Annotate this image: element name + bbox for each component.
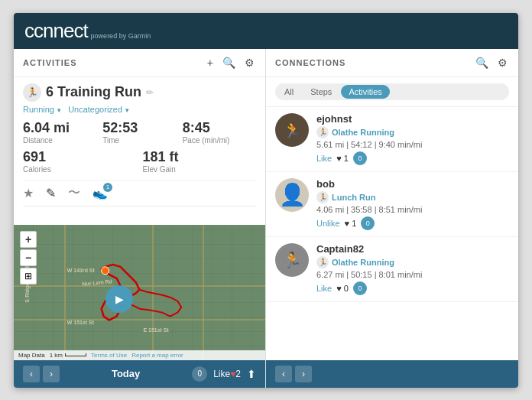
svg-text:W 151st St: W 151st St [67, 319, 95, 324]
activities-title: ACTIVITIES [23, 58, 77, 67]
elev-gain-value: 181 ft [143, 149, 257, 165]
right-bottom-bar: ‹ › [266, 360, 518, 388]
edit-nav-icon[interactable]: ✎ [46, 186, 56, 200]
category-tag[interactable]: Uncategorized [68, 105, 130, 114]
comment-badge-3[interactable]: 0 [353, 281, 367, 295]
conn-run-icon-2: 🏃 [316, 191, 329, 203]
map-controls: + − ⊞ [20, 231, 37, 285]
like-label[interactable]: Like♥2 [213, 369, 241, 379]
running-tag[interactable]: Running [23, 105, 62, 114]
conn-activity-name-3[interactable]: Olathe Running [332, 258, 394, 267]
app-main: ACTIVITIES + 🔍 ⚙ 🏃 6 Training Run ✏ Runn… [14, 49, 518, 388]
favorite-icon[interactable]: ★ [23, 186, 34, 200]
edit-activity-icon[interactable]: ✏ [146, 87, 154, 98]
conn-username-bob: bob [316, 178, 509, 190]
secondary-stats: 691 Calories 181 ft Elev Gain [23, 149, 256, 174]
comment-badge-2[interactable]: 0 [361, 216, 375, 230]
conn-actions-2: Unlike ♥ 1 0 [316, 216, 509, 230]
activity-tags: Running Uncategorized [23, 105, 256, 114]
tab-activities[interactable]: Activities [341, 85, 389, 99]
heart-icon: ♥ [230, 369, 235, 379]
connection-item: 🏃 ejohnst 🏃 Olathe Running 5.61 mi | 54:… [266, 107, 518, 172]
connections-settings-button[interactable]: ⚙ [496, 55, 509, 70]
scale-line [65, 353, 86, 356]
conn-activity-row-2: 🏃 Lunch Run [316, 191, 509, 203]
tab-all[interactable]: All [277, 85, 301, 99]
share-icon[interactable]: ⬆ [247, 368, 256, 380]
activity-title-row: 🏃 6 Training Run ✏ [23, 83, 256, 102]
conn-activity-row-3: 🏃 Olathe Running [316, 256, 509, 268]
right-panel: CONNECTIONS 🔍 ⚙ All Steps Activities 🏃 [266, 49, 518, 388]
conn-info-ejohnst: ejohnst 🏃 Olathe Running 5.61 mi | 54:12… [316, 113, 509, 165]
left-panel: ACTIVITIES + 🔍 ⚙ 🏃 6 Training Run ✏ Runn… [14, 49, 266, 388]
conn-username-ejohnst: ejohnst [316, 113, 509, 125]
add-activity-button[interactable]: + [206, 55, 215, 70]
stat-calories: 691 Calories [23, 149, 137, 174]
scale-bar: 1 km [50, 352, 86, 359]
shoes-icon[interactable]: 👟 1 [92, 186, 108, 200]
report-error-link[interactable]: Report a map error [131, 352, 183, 359]
svg-text:Nur Lem Rd: Nur Lem Rd [82, 278, 112, 286]
activities-settings-button[interactable]: ⚙ [243, 55, 256, 70]
conn-stats-1: 5.61 mi | 54:12 | 9:40 min/mi [316, 140, 509, 149]
time-label: Time [102, 136, 176, 145]
map-zoom-in-button[interactable]: + [20, 231, 37, 248]
conn-actions-1: Like ♥ 1 0 [316, 151, 509, 165]
conn-stats-3: 6.27 mi | 50:15 | 8:01 min/mi [316, 270, 509, 279]
logo-c1: c [24, 19, 34, 42]
activity-type-icon: 🏃 [23, 83, 41, 102]
calories-value: 691 [23, 149, 137, 165]
conn-activity-name-1[interactable]: Olathe Running [332, 128, 394, 137]
map-container[interactable]: W 143rd St W 151st St E 151st St S Ridge… [14, 225, 265, 360]
conn-run-icon-1: 🏃 [316, 126, 329, 138]
conn-activity-row-1: 🏃 Olathe Running [316, 126, 509, 138]
like-button-3[interactable]: Like [316, 284, 332, 293]
notification-badge: 0 [192, 366, 207, 382]
logo-c2: c [34, 19, 43, 42]
play-route-button[interactable]: ▶ [105, 285, 133, 313]
connections-header: CONNECTIONS 🔍 ⚙ [266, 49, 518, 77]
app-container: ccnnect powered by Garmin ACTIVITIES + 🔍… [14, 13, 518, 388]
like-count-3: ♥ 0 [336, 284, 349, 293]
conn-run-icon-3: 🏃 [316, 256, 329, 268]
filter-tabs-container: All Steps Activities [266, 77, 518, 107]
search-activities-button[interactable]: 🔍 [221, 55, 237, 70]
terms-link[interactable]: Terms of Use [91, 352, 127, 359]
conn-actions-3: Like ♥ 0 0 [316, 281, 509, 295]
search-connections-button[interactable]: 🔍 [474, 55, 490, 70]
prev-connection-button[interactable]: ‹ [275, 366, 292, 382]
conn-activity-name-2[interactable]: Lunch Run [332, 193, 375, 202]
prev-activity-button[interactable]: ‹ [23, 366, 40, 382]
map-route-svg: W 143rd St W 151st St E 151st St S Ridge… [14, 225, 265, 347]
stat-pace: 8:45 Pace (min/mi) [183, 120, 256, 145]
unlike-button-2[interactable]: Unlike [316, 219, 340, 228]
stat-elev-gain: 181 ft Elev Gain [143, 149, 257, 174]
next-connection-button[interactable]: › [295, 366, 312, 382]
tab-steps[interactable]: Steps [303, 85, 339, 99]
distance-value: 6.04 mi [23, 120, 96, 136]
activity-detail: 🏃 6 Training Run ✏ Running Uncategorized… [14, 77, 265, 225]
today-label: Today [112, 368, 140, 379]
next-activity-button[interactable]: › [43, 366, 60, 382]
connections-title: CONNECTIONS [275, 58, 345, 67]
avatar-captain82: 🏃 [275, 243, 309, 277]
filter-tabs: All Steps Activities [275, 83, 509, 100]
activities-panel-header: ACTIVITIES + 🔍 ⚙ [14, 49, 265, 77]
like-button-1[interactable]: Like [316, 154, 332, 163]
connection-item: 🏃 Captain82 🏃 Olathe Running 6.27 mi | 5… [266, 237, 518, 302]
svg-text:E 151st St: E 151st St [143, 327, 169, 332]
activity-nav: ★ ✎ 〜 👟 1 [23, 180, 256, 207]
activities-actions: + 🔍 ⚙ [206, 55, 256, 70]
chart-icon[interactable]: 〜 [68, 185, 80, 201]
nav-arrows-left: ‹ › [23, 366, 60, 382]
elev-gain-label: Elev Gain [143, 165, 257, 174]
connection-item: 👤 bob 🏃 Lunch Run 4.06 mi | 35:58 | 8:51… [266, 172, 518, 237]
conn-info-bob: bob 🏃 Lunch Run 4.06 mi | 35:58 | 8:51 m… [316, 178, 509, 230]
map-layers-button[interactable]: ⊞ [20, 268, 37, 285]
comment-badge-1[interactable]: 0 [353, 151, 367, 165]
conn-stats-2: 4.06 mi | 35:58 | 8:51 min/mi [316, 205, 509, 214]
distance-label: Distance [23, 136, 96, 145]
shoes-badge-count: 1 [103, 183, 112, 192]
map-zoom-out-button[interactable]: − [20, 249, 37, 266]
calories-label: Calories [23, 165, 137, 174]
